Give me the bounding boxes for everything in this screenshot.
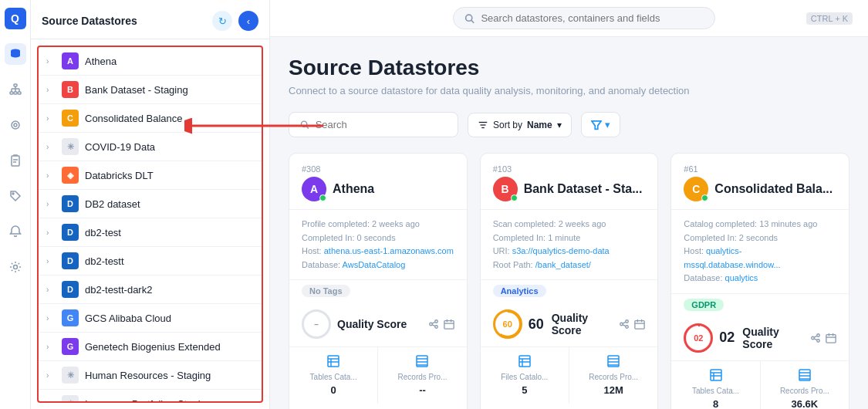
stat1-value: 5 <box>522 384 527 396</box>
svg-rect-2 <box>10 92 13 94</box>
page-title: Source Datastores <box>289 56 849 80</box>
sidebar-item-covid[interactable]: › ✳ COVID-19 Data <box>39 133 262 161</box>
search-bar-icon <box>300 120 309 130</box>
sidebar-item-db2test[interactable]: › D db2-test <box>39 218 262 247</box>
filter-button[interactable]: ▾ <box>581 112 620 137</box>
svg-line-65 <box>814 339 817 340</box>
ds-icon-gcs: G <box>62 309 79 326</box>
card-title-row: A Athena <box>302 177 454 201</box>
sidebar-item-label: db2-testt <box>85 255 124 267</box>
svg-rect-49 <box>635 321 644 330</box>
stat2-label: Records Pro... <box>398 373 448 381</box>
svg-rect-12 <box>12 156 19 166</box>
nav-scan[interactable] <box>5 114 26 136</box>
sidebar-item-label: Human Resources - Staging <box>85 370 211 381</box>
detail1: URI: s3a://qualytics-demo-data <box>493 245 646 259</box>
ds-icon-gene: G <box>62 338 79 355</box>
status-dot <box>701 194 708 201</box>
refresh-button[interactable]: ↻ <box>212 11 232 31</box>
stat1-icon <box>327 355 339 370</box>
sidebar-item-athena[interactable]: › A Athena <box>39 47 262 76</box>
sidebar-item-label: Consolidated Balance <box>85 113 182 124</box>
svg-point-19 <box>466 15 472 21</box>
sidebar-item-db2testt[interactable]: › D db2-testt <box>39 247 262 275</box>
quality-row: 02 02 Quality Score <box>671 316 849 361</box>
nav-clipboard[interactable] <box>5 150 26 171</box>
chevron-icon: › <box>46 57 56 66</box>
detail1-value[interactable]: qualytics-mssql.database.window... <box>684 246 780 269</box>
sidebar-item-hr[interactable]: › ✳ Human Resources - Staging <box>39 361 262 390</box>
card-1: #103 B Bank Dataset - Sta... Scan comple… <box>480 153 659 409</box>
card-tag: No Tags <box>302 285 350 297</box>
filter-bar: Sort by Name ▾ ▾ <box>289 112 849 137</box>
stat1[interactable]: Tables Cata... 0 <box>289 347 378 404</box>
stat1-label: Files Catalo... <box>501 373 548 381</box>
svg-line-47 <box>623 323 627 324</box>
sidebar-item-bank[interactable]: › B Bank Dataset - Staging <box>39 76 262 104</box>
detail2: Database: AwsDataCatalog <box>302 259 454 272</box>
stat2[interactable]: Records Pro... 36.6K <box>761 361 849 409</box>
stat2-icon <box>799 369 811 384</box>
svg-line-48 <box>623 325 627 326</box>
card-search-input[interactable] <box>316 119 447 130</box>
nav-hierarchy[interactable] <box>5 79 26 100</box>
sidebar-item-db2[interactable]: › D DB2 dataset <box>39 190 262 218</box>
network-icon <box>428 319 439 330</box>
detail2-value[interactable]: AwsDataCatalog <box>343 260 406 269</box>
quality-icons <box>619 319 645 330</box>
sidebar-item-db2dark[interactable]: › D db2-testt-dark2 <box>39 275 262 304</box>
stat1[interactable]: Tables Cata... 8 <box>671 361 760 409</box>
card-id: #308 <box>302 164 454 174</box>
sidebar-item-insurance[interactable]: › ✳ Insurance Portfolio - Staging <box>39 390 262 403</box>
stat2[interactable]: Records Pro... -- <box>378 347 466 404</box>
status-dot <box>511 194 518 201</box>
detail2-value[interactable]: qualytics <box>725 273 758 282</box>
global-search-input[interactable] <box>481 12 704 24</box>
sort-icon <box>478 120 488 130</box>
stat2-icon <box>416 355 428 370</box>
sort-button[interactable]: Sort by Name ▾ <box>468 113 572 137</box>
svg-point-45 <box>626 320 629 323</box>
topbar: CTRL + K <box>270 0 868 37</box>
quality-row: – Quality Score <box>289 302 467 347</box>
chevron-icon: › <box>46 400 56 404</box>
ds-icon-insurance: ✳ <box>62 395 79 403</box>
detail1-value[interactable]: s3a://qualytics-demo-data <box>512 246 610 255</box>
sidebar-item-label: COVID-19 Data <box>85 141 155 153</box>
ds-icon-hr: ✳ <box>62 367 79 384</box>
detail2-value[interactable]: /bank_dataset/ <box>535 260 591 269</box>
stat1[interactable]: Files Catalo... 5 <box>481 347 569 404</box>
detail1-value[interactable]: athena.us-east-1.amazonaws.com <box>324 246 454 255</box>
nav-database[interactable] <box>5 43 26 65</box>
quality-row: 60 60 Quality Score <box>481 302 658 347</box>
nav-bell[interactable] <box>5 221 26 242</box>
cards-grid: #308 A Athena Profile completed: 2 weeks… <box>289 153 849 409</box>
sidebar-item-consolidated[interactable]: › C Consolidated Balance <box>39 104 262 133</box>
card-info: Scan completed: 2 weeks ago Completed In… <box>481 210 658 280</box>
collapse-button[interactable]: ‹ <box>238 11 258 31</box>
detail1: Host: qualytics-mssql.database.window... <box>684 245 836 272</box>
nav-tag[interactable] <box>5 185 26 207</box>
svg-point-27 <box>429 323 432 326</box>
nav-gear[interactable] <box>5 256 26 278</box>
quality-circle: 02 <box>684 323 713 353</box>
search-input-bar[interactable] <box>289 112 458 137</box>
sidebar-list: › A Athena › B Bank Dataset - Staging › … <box>37 46 263 403</box>
sidebar-item-gcs[interactable]: › G GCS Alibaba Cloud <box>39 304 262 333</box>
global-search-bar[interactable] <box>453 7 715 29</box>
quality-label: Quality Score <box>742 326 804 350</box>
quality-icons <box>428 319 454 330</box>
stat2[interactable]: Records Pro... 12M <box>569 347 657 404</box>
ds-icon-covid: ✳ <box>62 138 79 155</box>
stat1-label: Tables Cata... <box>310 373 357 381</box>
card-stats: Files Catalo... 5 Records Pro... 12M <box>481 347 658 404</box>
svg-rect-70 <box>711 370 721 380</box>
sidebar-item-gene[interactable]: › G Genetech Biogenius Extended <box>39 333 262 361</box>
quality-icons <box>810 333 836 343</box>
card-info: Profile completed: 2 weeks ago Completed… <box>289 210 467 280</box>
sidebar-item-label: db2-testt-dark2 <box>85 284 152 296</box>
sidebar-item-databricks[interactable]: › ◈ Databricks DLT <box>39 161 262 190</box>
page-content: Source Datastores Connect to a source da… <box>270 37 868 409</box>
ds-icon-db2test: D <box>62 224 79 241</box>
chevron-icon: › <box>46 143 56 151</box>
